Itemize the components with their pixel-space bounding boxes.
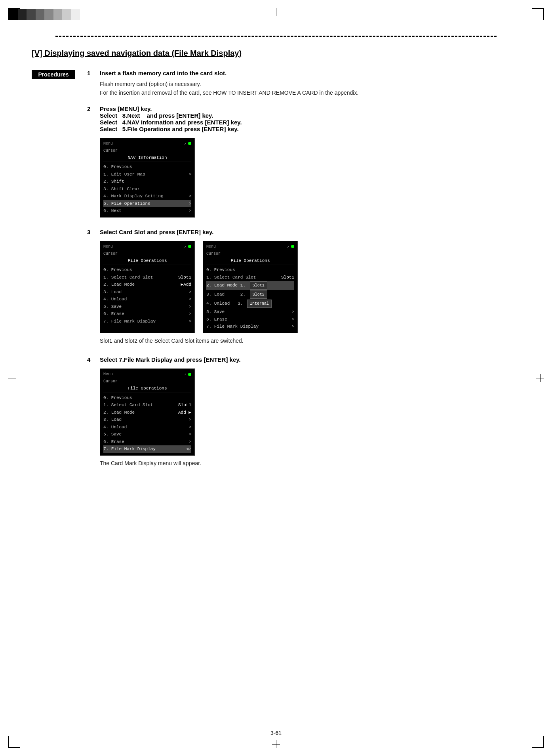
step-2-title-block: Press [MENU] key. Select 8.Next and pres… xyxy=(100,105,242,132)
step-4: 4 Select 7.File Mark Display and press [… xyxy=(87,356,520,468)
submenu-slot2: Slot2 xyxy=(250,290,267,299)
step-1-number: 1 xyxy=(87,70,95,76)
screen3R-arrow: ↗ xyxy=(287,244,289,250)
step-4-note: The Card Mark Display menu will appear. xyxy=(100,459,520,468)
screen3R-item-0: 0. Previous xyxy=(206,266,294,274)
crosshair-bottom xyxy=(272,740,280,748)
screen3R-item-7: 7. File Mark Display > xyxy=(206,323,294,330)
step-2-screenshots: Menu ↗ Cursor NAV Information 0. Previou… xyxy=(100,138,520,218)
crosshair-left xyxy=(8,374,16,382)
step-1-line-1: Flash memory card (option) is necessary. xyxy=(100,80,358,88)
screen4-topbar: Menu ↗ xyxy=(103,371,191,377)
section-title: [V] Displaying saved navigation data (Fi… xyxy=(32,49,520,58)
step-2-header: 2 Press [MENU] key. Select 8.Next and pr… xyxy=(87,105,520,132)
screen3R-cursor: Cursor xyxy=(206,251,294,257)
screen2-item-5: 5. File Operations > xyxy=(103,200,191,208)
screen4-item-2: 2. Load Mode Add ▶ xyxy=(103,409,191,416)
screen2-topbar: Menu ↗ xyxy=(103,141,191,147)
screen4-item-5: 5. Save > xyxy=(103,431,191,438)
screen4-item-3: 3. Load > xyxy=(103,416,191,424)
screen4-item-6: 6. Erase > xyxy=(103,438,191,446)
screen2-dot xyxy=(188,142,191,145)
step-2-number: 2 xyxy=(87,105,95,112)
corner-mark-bl xyxy=(8,736,20,748)
step-1-content: 1 Insert a flash memory card into the ca… xyxy=(87,70,358,97)
step-1-title: Insert a flash memory card into the card… xyxy=(100,70,227,76)
screen3L-cursor: Cursor xyxy=(103,251,191,257)
submenu-internal: Internal xyxy=(247,300,272,308)
step-4-title: Select 7.File Mark Display and press [EN… xyxy=(100,356,241,363)
screen4-item-1: 1. Select Card Slot Slot1 xyxy=(103,401,191,409)
procedures-row: Procedures 1 Insert a flash memory card … xyxy=(32,70,520,97)
step-1-body: Flash memory card (option) is necessary.… xyxy=(100,80,358,97)
step-3-header: 3 Select Card Slot and press [ENTER] key… xyxy=(87,229,520,235)
step-3: 3 Select Card Slot and press [ENTER] key… xyxy=(87,229,520,345)
step-2-title-line-2: Select 8.Next and press [ENTER] key. xyxy=(100,112,242,119)
screen3R-item-6: 6. Erase > xyxy=(206,316,294,323)
screen3L-title: File Operations xyxy=(103,258,191,265)
screen4-item-7: 7. File Mark Display ◀> xyxy=(103,445,191,453)
step-4-screen: Menu ↗ Cursor File Operations 0. Previou… xyxy=(100,368,195,456)
screen2-item-4: 4. Mark Display Setting > xyxy=(103,193,191,200)
screen3L-item-6: 6. Erase > xyxy=(103,310,191,318)
screen3R-dot xyxy=(291,245,294,248)
color-bar xyxy=(9,9,80,20)
dashed-separator xyxy=(55,36,497,37)
screen4-arrow: ↗ xyxy=(184,371,187,377)
crosshair-top xyxy=(272,8,280,16)
step-4-header: 4 Select 7.File Mark Display and press [… xyxy=(87,356,520,363)
screen2-item-0: 0. Previous xyxy=(103,163,191,171)
screen3R-menu: Menu xyxy=(206,244,216,250)
step-4-screenshots: Menu ↗ Cursor File Operations 0. Previou… xyxy=(100,368,520,456)
screen3L-item-4: 4. Unload > xyxy=(103,296,191,303)
screen3L-item-5: 5. Save > xyxy=(103,303,191,311)
screen2-menu-label: Menu xyxy=(103,141,113,147)
screen3R-item-5: 5. Save > xyxy=(206,308,294,316)
step-2: 2 Press [MENU] key. Select 8.Next and pr… xyxy=(87,105,520,218)
screen2-item-1: 1. Edit User Map > xyxy=(103,171,191,178)
screen3L-item-3: 3. Load > xyxy=(103,288,191,296)
crosshair-right xyxy=(536,374,544,382)
screen2-item-3: 3. Shift Clear xyxy=(103,185,191,193)
step-3-screen-left: Menu ↗ Cursor File Operations 0. Previou… xyxy=(100,241,195,333)
page-number: 3-61 xyxy=(270,730,282,736)
main-content: [V] Displaying saved navigation data (Fi… xyxy=(0,0,552,502)
step-2-title-line-3: Select 4.NAV Information and press [ENTE… xyxy=(100,119,242,126)
step-3-screenshots: Menu ↗ Cursor File Operations 0. Previou… xyxy=(100,241,520,333)
step-1-header: 1 Insert a flash memory card into the ca… xyxy=(87,70,358,76)
screen3L-dot xyxy=(188,245,191,248)
step-2-title-line-4: Select 5.File Operations and press [ENTE… xyxy=(100,126,242,132)
submenu-slot1: Slot1 xyxy=(250,281,267,290)
screen4-menu: Menu xyxy=(103,371,113,377)
step-2-title-line-1: Press [MENU] key. xyxy=(100,105,242,112)
step-3-note: Slot1 and Slot2 of the Select Card Slot … xyxy=(100,336,520,345)
corner-mark-br xyxy=(532,736,544,748)
screen2-item-6: 6. Next > xyxy=(103,207,191,215)
screen2-arrow: ↗ xyxy=(184,141,187,147)
screen4-dot xyxy=(188,373,191,376)
screen2-cursor: Cursor xyxy=(103,148,191,154)
screen4-cursor: Cursor xyxy=(103,378,191,384)
screen4-title: File Operations xyxy=(103,385,191,393)
corner-mark-tr xyxy=(532,8,544,20)
screen3R-item-3: 3. Load 2. Slot2 xyxy=(206,290,294,299)
step-4-number: 4 xyxy=(87,356,95,363)
step-3-number: 3 xyxy=(87,229,95,235)
step-2-screen: Menu ↗ Cursor NAV Information 0. Previou… xyxy=(100,138,195,218)
step-1-line-2: For the insertion and removal of the car… xyxy=(100,88,358,97)
step-3-title: Select Card Slot and press [ENTER] key. xyxy=(100,229,213,235)
step-3-screen-right: Menu ↗ Cursor File Operations 0. Previou… xyxy=(203,241,298,333)
screen3R-title: File Operations xyxy=(206,258,294,265)
screen3L-item-1: 1. Select Card Slot Slot1 xyxy=(103,274,191,281)
screen2-title: NAV Information xyxy=(103,155,191,162)
screen3R-item-2: 2. Load Mode 1. Slot1 xyxy=(206,281,294,290)
screen3R-topbar: Menu ↗ xyxy=(206,244,294,250)
screen3L-menu: Menu xyxy=(103,244,113,250)
procedures-badge: Procedures xyxy=(32,70,75,79)
screen3R-item-1: 1. Select Card Slot Slot1 xyxy=(206,274,294,281)
screen3L-item-0: 0. Previous xyxy=(103,266,191,274)
screen3R-item-4: 4. Unload 3. Internal xyxy=(206,299,294,308)
screen3L-item-7: 7. File Mark Display > xyxy=(103,318,191,325)
screen2-item-2: 2. Shift xyxy=(103,178,191,185)
screen3L-arrow: ↗ xyxy=(184,244,187,250)
